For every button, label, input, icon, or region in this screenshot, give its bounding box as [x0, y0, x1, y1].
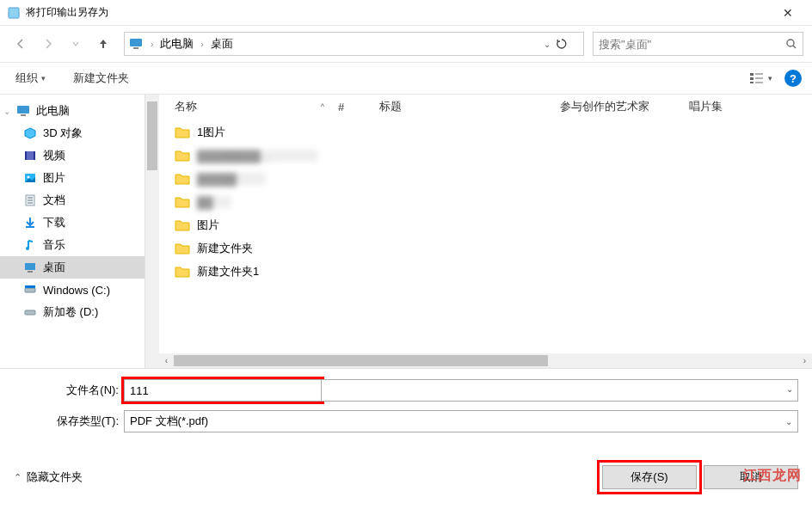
documents-icon — [22, 193, 38, 208]
scroll-right-button[interactable]: › — [797, 353, 812, 368]
organize-button[interactable]: 组织▾ — [10, 67, 51, 89]
tree-label: 桌面 — [43, 260, 65, 275]
col-num[interactable]: # — [331, 101, 372, 113]
scroll-left-button[interactable]: ‹ — [159, 353, 174, 368]
tree-scrollbar[interactable] — [145, 95, 159, 368]
chevron-down-icon: ▾ — [768, 74, 772, 83]
forward-button[interactable] — [36, 32, 60, 56]
col-title[interactable]: 标题 — [372, 99, 553, 114]
file-name: 图片 — [197, 218, 219, 233]
svg-rect-7 — [750, 82, 754, 83]
svg-rect-5 — [750, 73, 754, 76]
svg-point-24 — [26, 247, 29, 250]
file-name: 新建文件夹1 — [197, 264, 259, 279]
hide-folders-toggle[interactable]: ⌃ 隐藏文件夹 — [14, 469, 83, 485]
filetype-combo[interactable]: PDF 文档(*.pdf) ⌄ — [124, 410, 798, 432]
horizontal-scrollbar[interactable]: ‹ › — [159, 353, 812, 368]
col-artist[interactable]: 参与创作的艺术家 — [553, 99, 682, 114]
file-row[interactable]: ██ — [159, 190, 812, 213]
svg-point-3 — [787, 40, 794, 46]
nav-tree: ⌄ 此电脑 3D 对象 视频 图片 文档 下载 音乐 桌面 Windows (C… — [0, 95, 159, 368]
svg-rect-12 — [21, 114, 26, 116]
file-name: █████ — [197, 173, 266, 185]
search-icon[interactable] — [785, 38, 797, 50]
refresh-button[interactable] — [556, 38, 580, 50]
file-row[interactable]: 1图片 — [159, 120, 812, 144]
file-row[interactable]: ████████… — [159, 144, 812, 167]
tree-item-documents[interactable]: 文档 — [0, 189, 159, 212]
folder-icon — [175, 265, 190, 279]
svg-rect-29 — [25, 310, 35, 315]
svg-rect-0 — [9, 8, 19, 18]
tree-item-downloads[interactable]: 下载 — [0, 212, 159, 234]
svg-rect-26 — [28, 271, 33, 273]
footer: ⌃ 隐藏文件夹 保存(S) 取消 — [0, 450, 812, 501]
tree-label: 文档 — [43, 193, 65, 208]
svg-marker-13 — [25, 128, 35, 138]
tree-item-videos[interactable]: 视频 — [0, 144, 159, 167]
recent-dropdown[interactable] — [64, 32, 88, 56]
sort-asc-icon: ^ — [321, 102, 324, 111]
form-area: 文件名(N): ⌄ 保存类型(T): PDF 文档(*.pdf) ⌄ — [0, 368, 812, 450]
tree-item-music[interactable]: 音乐 — [0, 234, 159, 256]
filename-input[interactable] — [124, 379, 322, 402]
scrollbar-thumb[interactable] — [174, 355, 548, 366]
search-input[interactable] — [599, 38, 785, 51]
toolbar: 组织▾ 新建文件夹 ▾ ? — [0, 62, 812, 95]
filename-label: 文件名(N): — [14, 383, 124, 398]
breadcrumb-root[interactable]: 此电脑 — [155, 36, 199, 52]
svg-rect-25 — [25, 263, 35, 270]
save-button[interactable]: 保存(S) — [602, 465, 697, 489]
app-icon — [7, 6, 21, 20]
music-icon — [22, 237, 38, 253]
tree-item-drive-c[interactable]: Windows (C:) — [0, 279, 159, 301]
col-name[interactable]: 名称^ — [168, 99, 331, 114]
title-bar: 将打印输出另存为 ✕ — [0, 0, 812, 26]
back-button[interactable] — [9, 32, 33, 56]
tree-item-pictures[interactable]: 图片 — [0, 167, 159, 189]
svg-rect-2 — [133, 47, 138, 49]
chevron-down-icon[interactable]: ⌄ — [786, 384, 793, 394]
tree-item-3dobjects[interactable]: 3D 对象 — [0, 122, 159, 144]
scrollbar-thumb[interactable] — [147, 101, 157, 170]
address-dropdown[interactable]: ⌄ — [538, 40, 556, 49]
tree-label: 此电脑 — [36, 103, 70, 119]
chevron-right-icon[interactable]: › — [199, 40, 205, 49]
filename-input-ext[interactable] — [322, 379, 798, 402]
view-options-button[interactable]: ▾ — [745, 68, 776, 89]
drive-icon — [22, 282, 38, 297]
file-row[interactable]: 新建文件夹1 — [159, 260, 812, 283]
chevron-right-icon[interactable]: › — [149, 40, 155, 49]
desktop-icon — [22, 260, 38, 275]
tree-item-drive-d[interactable]: 新加卷 (D:) — [0, 301, 159, 323]
filetype-row: 保存类型(T): PDF 文档(*.pdf) ⌄ — [14, 410, 798, 432]
help-button[interactable]: ? — [784, 70, 802, 87]
tree-label: 3D 对象 — [43, 126, 83, 141]
filename-row: 文件名(N): ⌄ — [14, 379, 798, 402]
svg-rect-28 — [25, 285, 35, 288]
col-album[interactable]: 唱片集 — [682, 99, 812, 114]
search-box[interactable] — [593, 32, 803, 56]
chevron-down-icon: ▾ — [41, 74, 46, 83]
svg-rect-6 — [750, 77, 754, 80]
tree-item-desktop[interactable]: 桌面 — [0, 256, 159, 279]
folder-icon — [175, 195, 190, 209]
file-row[interactable]: 图片 — [159, 213, 812, 236]
address-bar[interactable]: › 此电脑 › 桌面 ⌄ — [124, 32, 584, 56]
breadcrumb-current[interactable]: 桌面 — [206, 36, 238, 52]
file-row[interactable]: 新建文件夹 — [159, 236, 812, 260]
file-rows: 1图片 ████████… █████ ██ 图片 新建文件夹 新建文件夹1 — [159, 119, 812, 283]
expand-icon[interactable]: ⌄ — [3, 107, 10, 116]
svg-rect-11 — [17, 106, 29, 113]
up-button[interactable] — [91, 32, 115, 56]
close-button[interactable]: ✕ — [771, 6, 805, 20]
chevron-up-icon: ⌃ — [14, 472, 22, 483]
file-name: ██ — [197, 196, 231, 208]
new-folder-button[interactable]: 新建文件夹 — [68, 67, 134, 89]
pc-icon — [128, 36, 144, 52]
svg-rect-27 — [25, 288, 35, 292]
folder-icon — [175, 149, 190, 163]
pictures-icon — [22, 170, 38, 186]
file-row[interactable]: █████ — [159, 167, 812, 190]
tree-root-thispc[interactable]: ⌄ 此电脑 — [0, 100, 159, 122]
